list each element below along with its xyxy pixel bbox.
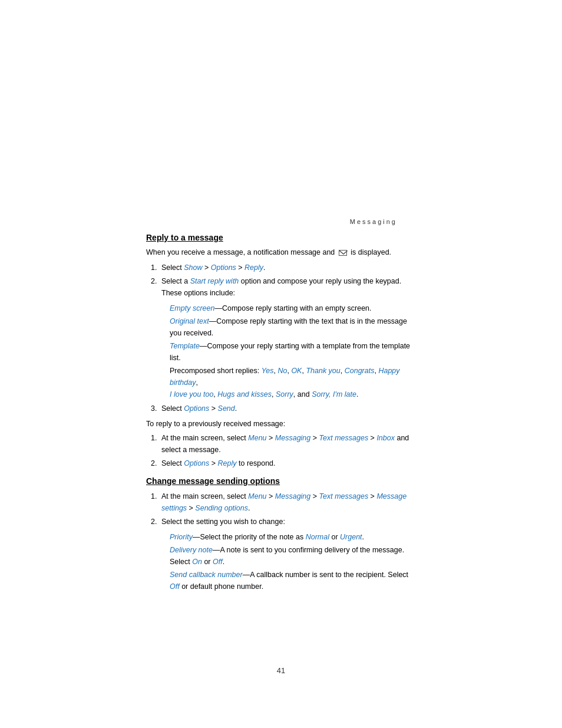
options-block: Empty screen—Compose reply starting with… <box>170 302 417 400</box>
link-no[interactable]: No <box>277 367 287 375</box>
section2-steps-list: At the main screen, select Menu > Messag… <box>159 490 417 528</box>
link-off-1[interactable]: Off <box>213 558 223 566</box>
link-start-reply-with[interactable]: Start reply with <box>190 277 239 285</box>
section2-step1-text: At the main screen, select Menu > Messag… <box>161 492 406 512</box>
link-text-messages-2[interactable]: Text messages <box>319 492 369 500</box>
section2-step2: Select the setting you wish to change: <box>159 516 417 528</box>
link-yes[interactable]: Yes <box>262 367 274 375</box>
link-options-1[interactable]: Options <box>211 263 236 272</box>
step3: Select Options > Send. <box>159 403 417 414</box>
link-normal[interactable]: Normal <box>306 533 329 541</box>
section-reply: Reply to a message When you receive a me… <box>146 233 417 469</box>
link-sorry[interactable]: Sorry <box>276 390 293 398</box>
link-messaging-2[interactable]: Messaging <box>275 492 310 500</box>
intro-text-start: When you receive a message, a notificati… <box>146 248 335 256</box>
link-priority[interactable]: Priority <box>170 533 193 541</box>
step1-text: Select Show > Options > Reply. <box>161 263 266 272</box>
step1: Select Show > Options > Reply. <box>159 262 417 274</box>
section1-intro: When you receive a message, a notificati… <box>146 247 417 258</box>
link-i-love-you-too[interactable]: I love you too <box>170 390 213 398</box>
section2-step2-text: Select the setting you wish to change: <box>161 518 285 526</box>
page-header: Messaging <box>350 218 397 225</box>
link-send[interactable]: Send <box>218 404 235 413</box>
link-on[interactable]: On <box>192 558 202 566</box>
section2-options-block: Priority—Select the priority of the note… <box>170 531 417 592</box>
link-delivery-note[interactable]: Delivery note <box>170 546 213 554</box>
mail-icon <box>339 250 347 256</box>
step2-text: Select a Start reply with option and com… <box>161 277 401 285</box>
reply-previously-list: At the main screen, select Menu > Messag… <box>159 432 417 469</box>
reply-step2-text: Select Options > Reply to respond. <box>161 459 276 467</box>
option-send-callback: Send callback number—A callback number i… <box>170 569 417 592</box>
step2: Select a Start reply with option and com… <box>159 275 417 299</box>
precomposed-label: Precomposed short replies: <box>170 367 262 375</box>
section-change-options: Change message sending options At the ma… <box>146 476 417 592</box>
link-inbox[interactable]: Inbox <box>376 434 395 442</box>
link-send-callback-number[interactable]: Send callback number <box>170 571 243 579</box>
content-area: Reply to a message When you receive a me… <box>146 233 417 599</box>
step3-text: Select Options > Send. <box>161 404 237 413</box>
link-menu-2[interactable]: Menu <box>248 492 266 500</box>
link-ok[interactable]: OK <box>291 367 302 375</box>
link-empty-screen[interactable]: Empty screen <box>170 304 214 312</box>
precomposed-line: Precomposed short replies: Yes, No, OK, … <box>170 365 417 400</box>
step3-list: Select Options > Send. <box>159 403 417 414</box>
option-empty-screen: Empty screen—Compose reply starting with… <box>170 302 417 314</box>
link-original-text[interactable]: Original text <box>170 317 209 325</box>
reply-step2: Select Options > Reply to respond. <box>159 457 417 469</box>
link-sorry-im-late[interactable]: Sorry, I'm late <box>312 390 356 398</box>
link-reply-2[interactable]: Reply <box>218 459 237 467</box>
link-text-messages-1[interactable]: Text messages <box>319 434 369 442</box>
link-thank-you[interactable]: Thank you <box>306 367 340 375</box>
section1-heading: Reply to a message <box>146 233 417 242</box>
option-delivery-note: Delivery note—A note is sent to you conf… <box>170 544 417 568</box>
link-off-2[interactable]: Off <box>170 582 180 591</box>
link-hugs-and-kisses[interactable]: Hugs and kisses <box>217 390 272 398</box>
link-options-3[interactable]: Options <box>184 459 209 467</box>
section2-heading: Change message sending options <box>146 476 417 486</box>
option-priority: Priority—Select the priority of the note… <box>170 531 417 543</box>
link-menu-1[interactable]: Menu <box>248 434 266 442</box>
link-urgent[interactable]: Urgent <box>340 533 362 541</box>
option-original-text: Original text—Compose reply starting wit… <box>170 315 417 339</box>
reply-step1: At the main screen, select Menu > Messag… <box>159 432 417 456</box>
page-container: Messaging Reply to a message When you re… <box>0 0 562 728</box>
reply-previously-intro: To reply to a previously received messag… <box>146 418 417 430</box>
link-reply-1[interactable]: Reply <box>244 263 263 272</box>
option-template: Template—Compose your reply starting wit… <box>170 340 417 364</box>
header-text: Messaging <box>350 218 397 225</box>
link-options-2[interactable]: Options <box>184 404 209 413</box>
reply-step1-text: At the main screen, select Menu > Messag… <box>161 434 409 454</box>
link-sending-options[interactable]: Sending options <box>195 504 248 512</box>
link-congrats[interactable]: Congrats <box>345 367 375 375</box>
link-show[interactable]: Show <box>184 263 202 272</box>
link-messaging-1[interactable]: Messaging <box>275 434 310 442</box>
link-template[interactable]: Template <box>170 342 200 350</box>
intro-text-end: is displayed. <box>351 248 391 256</box>
section1-steps-list: Select Show > Options > Reply. Select a … <box>159 262 417 299</box>
section2-step1: At the main screen, select Menu > Messag… <box>159 490 417 514</box>
page-number: 41 <box>277 666 285 675</box>
step2-options-intro: These options include: <box>161 289 235 297</box>
